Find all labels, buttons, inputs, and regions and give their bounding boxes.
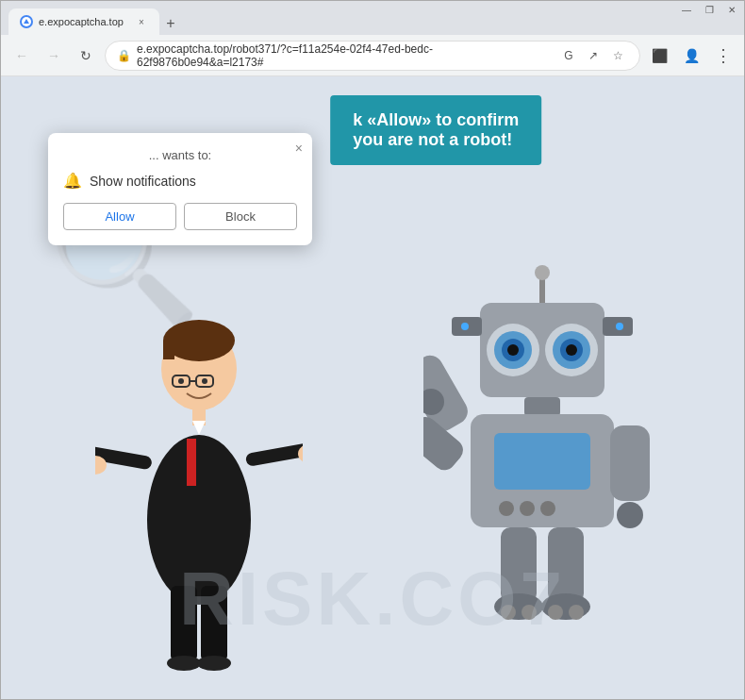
svg-point-8 [178,378,184,384]
svg-point-22 [535,265,550,280]
bookmark-icon[interactable]: ☆ [607,45,628,66]
svg-rect-38 [494,433,590,490]
new-tab-button[interactable]: + [159,12,182,35]
svg-point-41 [540,501,555,516]
address-icons: G ↗ ☆ [558,45,628,66]
popup-close-button[interactable]: × [295,141,303,156]
close-button[interactable]: ✕ [726,4,737,15]
forward-button[interactable]: → [41,42,67,69]
svg-point-54 [569,605,584,620]
browser-window: — ❐ ✕ e.expocaptcha.top × + ← → ↻ 🔒 e.ex… [0,0,745,700]
share-icon[interactable]: ↗ [583,45,604,66]
back-button[interactable]: ← [8,42,35,69]
notification-row: 🔔 Show notifications [63,172,297,190]
svg-point-31 [566,344,577,356]
svg-point-17 [167,656,201,671]
page-content: k «Allow» to confirm you are not a robot… [1,76,744,699]
svg-rect-45 [610,425,650,501]
svg-point-9 [202,378,207,384]
allow-button[interactable]: Allow [63,203,176,230]
block-button[interactable]: Block [184,203,297,230]
restore-button[interactable]: ❐ [704,4,715,15]
tab-bar: e.expocaptcha.top × + [8,1,737,35]
svg-point-35 [616,323,623,330]
svg-rect-11 [245,442,303,467]
svg-marker-20 [192,421,206,435]
tab-title: e.expocaptcha.top [39,16,129,27]
popup-buttons: Allow Block [63,203,297,230]
tab-favicon [20,15,33,28]
svg-point-34 [461,323,469,330]
title-bar: — ❐ ✕ e.expocaptcha.top × + [1,1,744,35]
banner-line2: you are not a robot! [353,130,519,150]
svg-point-40 [520,501,535,516]
extensions-button[interactable]: ⬛ [646,42,672,69]
svg-point-39 [499,501,514,516]
tab-close-button[interactable]: × [135,15,148,28]
svg-rect-4 [163,341,174,359]
notification-popup: × ... wants to: 🔔 Show notifications All… [48,133,312,245]
svg-point-18 [197,656,231,671]
captcha-banner: k «Allow» to confirm you are not a robot… [330,95,541,165]
bell-icon: 🔔 [63,172,82,190]
reload-button[interactable]: ↻ [73,42,99,69]
svg-rect-10 [187,439,196,486]
svg-point-46 [617,502,643,528]
minimize-button[interactable]: — [681,4,692,15]
svg-rect-36 [524,397,560,416]
banner-line1: k «Allow» to confirm [353,110,519,130]
lock-icon: 🔒 [117,49,131,62]
url-text: e.expocaptcha.top/robot371/?c=f11a254e-0… [137,42,553,69]
window-controls: — ❐ ✕ [681,4,737,15]
svg-point-30 [507,344,519,356]
popup-header: ... wants to: [63,148,297,162]
google-icon[interactable]: G [558,45,579,66]
nav-bar: ← → ↻ 🔒 e.expocaptcha.top/robot371/?c=f1… [1,35,744,76]
active-tab[interactable]: e.expocaptcha.top × [8,8,159,35]
profile-button[interactable]: 👤 [678,42,704,69]
watermark-text: RISK.CO7 [179,556,566,642]
notification-text: Show notifications [90,174,196,189]
address-bar[interactable]: 🔒 e.expocaptcha.top/robot371/?c=f11a254e… [105,41,640,71]
menu-button[interactable]: ⋮ [710,42,737,69]
